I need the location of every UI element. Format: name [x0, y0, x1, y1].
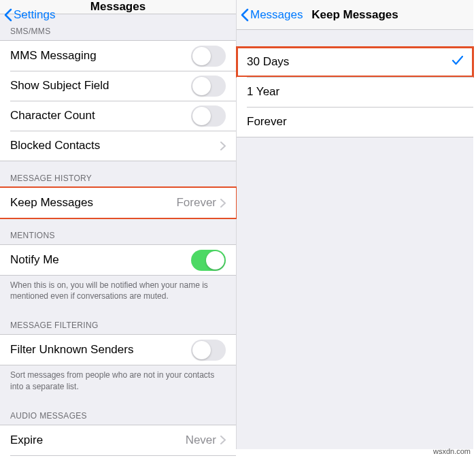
toggle-mms[interactable] [191, 46, 226, 67]
page-title: Messages [90, 0, 146, 14]
checkmark-icon [452, 55, 463, 69]
option-label: Forever [247, 115, 463, 129]
group-keep-options: 30 Days 1 Year Forever [237, 46, 473, 137]
row-label: Expire [10, 434, 186, 447]
section-header-history: MESSAGE HISTORY [0, 161, 236, 187]
row-keep-messages[interactable]: Keep Messages Forever [0, 188, 236, 218]
toggle-filter-unknown[interactable] [191, 340, 226, 361]
toggle-charcount[interactable] [191, 105, 226, 127]
row-label: MMS Messaging [10, 49, 191, 63]
option-label: 30 Days [247, 55, 452, 69]
group-filtering: Filter Unknown Senders [0, 334, 236, 365]
footer-filtering: Sort messages from people who are not in… [0, 365, 236, 398]
navbar-right: Messages Keep Messages [237, 0, 473, 30]
row-expire[interactable]: Expire Never [0, 425, 236, 455]
chevron-right-icon [220, 142, 226, 150]
row-value: Never [186, 434, 216, 447]
row-blocked-contacts[interactable]: Blocked Contacts [0, 131, 236, 161]
back-button-settings[interactable]: Settings [4, 0, 55, 30]
watermark: wsxdn.com [433, 447, 471, 455]
row-notify-me[interactable]: Notify Me [0, 245, 236, 275]
chevron-left-icon [241, 8, 249, 22]
toggle-subject[interactable] [191, 76, 226, 97]
row-label: Notify Me [10, 253, 191, 267]
navbar-left: Settings Messages [0, 0, 236, 14]
row-show-subject[interactable]: Show Subject Field [0, 71, 236, 101]
chevron-left-icon [4, 8, 12, 22]
footer-mentions: When this is on, you will be notified wh… [0, 276, 236, 308]
group-audio: Expire Never Raise to Listen [0, 425, 236, 458]
row-label: Blocked Contacts [10, 139, 220, 152]
page-title: Keep Messages [311, 8, 398, 22]
row-character-count[interactable]: Character Count [0, 101, 236, 131]
group-sms: MMS Messaging Show Subject Field Charact… [0, 40, 236, 161]
row-label: Character Count [10, 109, 191, 122]
row-label: Filter Unknown Senders [10, 343, 191, 357]
toggle-notify-me[interactable] [191, 250, 226, 271]
row-raise-to-listen[interactable]: Raise to Listen [0, 455, 236, 458]
row-mms-messaging[interactable]: MMS Messaging [0, 41, 236, 71]
option-1-year[interactable]: 1 Year [237, 77, 473, 107]
back-label: Settings [14, 8, 55, 22]
group-history: Keep Messages Forever [0, 187, 236, 218]
option-30-days[interactable]: 30 Days [237, 47, 473, 77]
section-header-filtering: MESSAGE FILTERING [0, 308, 236, 334]
group-mentions: Notify Me [0, 244, 236, 276]
row-label: Show Subject Field [10, 79, 191, 93]
option-forever[interactable]: Forever [237, 107, 473, 137]
keep-messages-pane: Messages Keep Messages 30 Days 1 Year Fo… [237, 0, 473, 449]
row-label: Keep Messages [10, 196, 176, 210]
messages-settings-pane: Settings Messages SMS/MMS MMS Messaging … [0, 0, 237, 449]
chevron-right-icon [220, 436, 226, 444]
section-header-audio: AUDIO MESSAGES [0, 399, 236, 425]
back-label: Messages [250, 8, 303, 22]
row-filter-unknown[interactable]: Filter Unknown Senders [0, 335, 236, 365]
section-header-mentions: MENTIONS [0, 218, 236, 244]
chevron-right-icon [220, 199, 226, 208]
back-button-messages[interactable]: Messages [241, 0, 303, 30]
option-label: 1 Year [247, 85, 463, 99]
row-value: Forever [176, 196, 216, 210]
